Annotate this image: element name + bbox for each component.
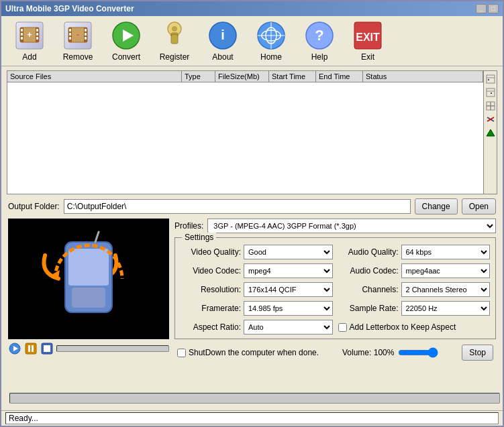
svg-rect-4 xyxy=(21,29,23,32)
stop-button[interactable] xyxy=(40,342,54,355)
exit-button[interactable]: EXIT Exit xyxy=(345,19,391,63)
volume-slider[interactable] xyxy=(398,349,438,356)
svg-rect-15 xyxy=(69,29,71,32)
audio-codec-select[interactable]: mpeg4aac xyxy=(401,263,491,278)
sidebar-btn-2[interactable] xyxy=(485,87,496,98)
aspect-ratio-label: Aspect Ratio: xyxy=(181,322,241,332)
shutdown-row: ShutDown the computer when done. xyxy=(177,348,319,357)
sample-rate-select[interactable]: 22050 Hz xyxy=(401,301,491,316)
status-bar: Ready... xyxy=(1,410,503,426)
letterbox-row: Add Letterbox to Keep Aspect xyxy=(338,320,491,334)
file-list-container: Source Files Type FileSize(Mb) Start Tim… xyxy=(7,70,497,194)
svg-rect-5 xyxy=(21,33,23,36)
sidebar-btn-3[interactable] xyxy=(485,101,496,111)
status-text: Ready... xyxy=(5,412,499,424)
lower-section: Profiles: 3GP - (MPEG-4 AAC) 3GPP Format… xyxy=(7,219,497,389)
svg-rect-45 xyxy=(491,102,495,106)
framerate-label: Framerate: xyxy=(181,304,241,313)
svg-text:-: - xyxy=(77,30,79,40)
svg-rect-17 xyxy=(69,37,71,40)
svg-rect-9 xyxy=(36,37,38,40)
main-window: Ultra Mobile 3GP Video Converter _ □ xyxy=(0,0,504,427)
profiles-row: Profiles: 3GP - (MPEG-4 AAC) 3GPP Format… xyxy=(174,219,496,233)
sample-rate-label: Sample Rate: xyxy=(338,304,399,313)
svg-point-26 xyxy=(172,26,177,32)
shutdown-label: ShutDown the computer when done. xyxy=(189,348,319,357)
help-button[interactable]: ? Help xyxy=(297,19,342,63)
col-filesize-header: FileSize(Mb) xyxy=(215,71,269,82)
stop-convert-button[interactable]: Stop xyxy=(462,345,493,361)
resolution-row: Resolution: 176x144 QCIF xyxy=(181,282,333,297)
channels-select[interactable]: 2 Channels Stereo xyxy=(401,282,491,297)
audio-quality-select[interactable]: 64 kbps xyxy=(401,245,491,259)
video-codec-select[interactable]: mpeg4 xyxy=(244,263,333,278)
pause-button[interactable] xyxy=(24,342,38,355)
video-quality-label: Video Quality: xyxy=(181,247,241,257)
svg-rect-44 xyxy=(487,102,491,106)
register-icon xyxy=(159,20,190,51)
volume-label: Volume: 100% xyxy=(342,348,394,357)
sidebar-btn-1[interactable] xyxy=(485,74,496,84)
sidebar-btn-4[interactable] xyxy=(485,114,496,125)
settings-legend: Settings xyxy=(182,233,216,242)
remove-icon: - xyxy=(62,20,93,51)
audio-codec-label: Audio Codec: xyxy=(338,266,399,276)
aspect-ratio-row: Aspect Ratio: Auto xyxy=(181,320,333,334)
convert-button[interactable]: Convert xyxy=(103,19,149,63)
about-button[interactable]: i About xyxy=(200,19,246,63)
audio-quality-row: Audio Quality: 64 kbps xyxy=(338,245,491,259)
shutdown-checkbox[interactable] xyxy=(177,349,186,357)
video-quality-select[interactable]: Good xyxy=(244,245,333,259)
window-title: Ultra Mobile 3GP Video Converter xyxy=(5,4,134,13)
output-row: Output Folder: Change Open xyxy=(7,198,497,215)
main-progress-bar xyxy=(9,393,500,404)
about-label: About xyxy=(212,52,233,62)
register-button[interactable]: Register xyxy=(152,19,197,63)
svg-text:?: ? xyxy=(315,27,323,44)
svg-rect-18 xyxy=(85,29,87,32)
bottom-controls: ShutDown the computer when done. Volume:… xyxy=(174,343,496,362)
home-button[interactable]: Home xyxy=(248,19,294,63)
convert-label: Convert xyxy=(112,52,140,62)
add-label: Add xyxy=(22,52,36,62)
channels-row: Channels: 2 Channels Stereo xyxy=(338,282,491,297)
playback-progress[interactable] xyxy=(56,345,169,352)
aspect-ratio-select[interactable]: Auto xyxy=(244,320,333,334)
playback-controls xyxy=(8,342,169,355)
svg-rect-7 xyxy=(36,29,38,32)
content-area: Source Files Type FileSize(Mb) Start Tim… xyxy=(1,66,503,410)
about-icon: i xyxy=(207,20,238,51)
preview-screen xyxy=(8,219,169,339)
profiles-select[interactable]: 3GP - (MPEG-4 AAC) 3GPP Format (*.3gp) xyxy=(207,219,496,233)
add-icon: + xyxy=(14,20,45,51)
play-button[interactable] xyxy=(8,342,21,355)
remove-button[interactable]: - Remove xyxy=(55,19,101,63)
file-list[interactable]: Source Files Type FileSize(Mb) Start Tim… xyxy=(7,71,483,194)
svg-text:+: + xyxy=(27,30,32,40)
col-status-header: Status xyxy=(363,71,483,82)
change-button[interactable]: Change xyxy=(415,198,458,215)
add-button[interactable]: + Add xyxy=(7,19,52,63)
svg-text:EXIT: EXIT xyxy=(356,32,380,43)
svg-rect-8 xyxy=(36,33,38,36)
maximize-btn[interactable]: □ xyxy=(488,4,499,13)
svg-rect-54 xyxy=(68,249,109,286)
svg-line-56 xyxy=(95,232,99,242)
svg-rect-38 xyxy=(487,75,495,83)
resolution-label: Resolution: xyxy=(181,285,241,294)
home-icon xyxy=(256,20,287,51)
svg-text:i: i xyxy=(221,27,225,42)
settings-grid: Video Quality: Good Audio Quality: 64 kb… xyxy=(181,245,490,334)
open-button[interactable]: Open xyxy=(462,198,496,215)
minimize-btn[interactable]: _ xyxy=(476,4,487,13)
letterbox-checkbox[interactable] xyxy=(338,323,347,332)
sidebar-btn-5[interactable] xyxy=(485,127,496,138)
video-codec-row: Video Codec: mpeg4 xyxy=(181,263,333,278)
output-folder-input[interactable] xyxy=(64,199,411,214)
help-icon: ? xyxy=(304,20,335,51)
svg-marker-50 xyxy=(487,129,495,136)
resolution-select[interactable]: 176x144 QCIF xyxy=(244,282,333,297)
framerate-select[interactable]: 14.985 fps xyxy=(244,301,333,316)
svg-rect-20 xyxy=(85,37,87,40)
svg-rect-59 xyxy=(26,343,36,354)
